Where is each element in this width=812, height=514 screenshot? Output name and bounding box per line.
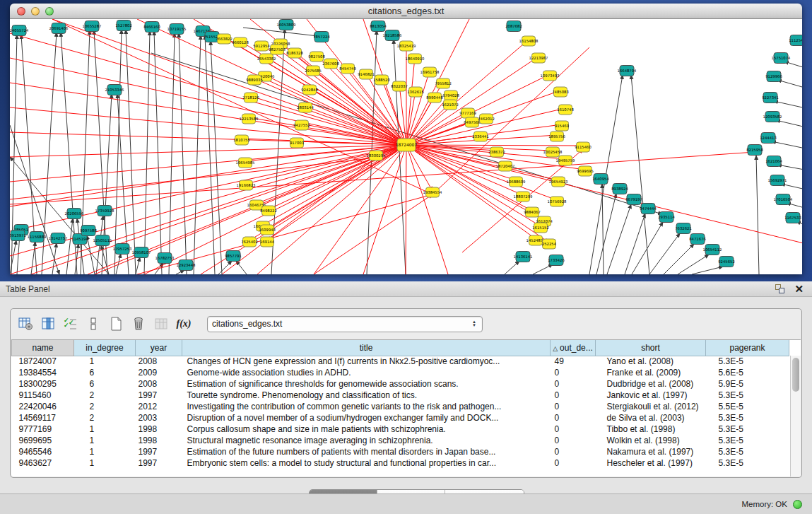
graph-node[interactable]: 10973493: [541, 71, 560, 81]
graph-node[interactable]: 12213987: [529, 53, 548, 63]
graph-node[interactable]: 19495759: [556, 156, 575, 165]
graph-node[interactable]: 17957253: [113, 244, 132, 255]
graph-node[interactable]: 16648794: [618, 66, 637, 76]
graph-node[interactable]: 12505115: [93, 235, 112, 246]
graph-node[interactable]: 19654923: [549, 177, 568, 187]
graph-node[interactable]: 1733426: [548, 255, 565, 266]
graph-node[interactable]: 8990448: [426, 93, 443, 103]
column-header-title[interactable]: title: [182, 340, 551, 356]
graph-node[interactable]: 9242848: [301, 85, 318, 95]
scrollbar-thumb[interactable]: [792, 358, 799, 392]
graph-node[interactable]: 9146821: [358, 69, 375, 79]
graph-node[interactable]: 14136141: [514, 252, 533, 262]
float-panel-icon[interactable]: [775, 284, 784, 293]
graph-node[interactable]: 7955812: [435, 78, 452, 88]
graph-node[interactable]: 2087682: [505, 21, 522, 32]
column-header-in-degree[interactable]: in_degree: [74, 340, 136, 356]
graph-node[interactable]: 20206556: [65, 209, 85, 219]
graph-node[interactable]: 1615152: [532, 223, 549, 233]
graph-node[interactable]: 12093582: [763, 112, 782, 122]
graph-node[interactable]: 7632621: [675, 223, 692, 234]
graph-node[interactable]: 1895756: [548, 132, 565, 141]
graph-node[interactable]: 16961758: [420, 67, 440, 77]
table-row[interactable]: 1456911722003Disruption of a novel membe…: [12, 412, 789, 424]
new-table-icon[interactable]: [107, 315, 125, 333]
function-builder-icon[interactable]: f(x): [175, 315, 193, 333]
graph-node[interactable]: 9699695: [577, 166, 594, 176]
graph-node[interactable]: 6794028: [442, 90, 459, 100]
graph-node[interactable]: 7625402: [241, 237, 258, 247]
graph-node[interactable]: 2336441: [472, 132, 489, 141]
graph-node[interactable]: 1610748: [557, 105, 574, 115]
graph-node[interactable]: 2718126: [242, 93, 259, 103]
table-row[interactable]: 2242004622012Investigating the contribut…: [12, 401, 789, 412]
graph-node[interactable]: 9097588: [80, 226, 97, 236]
graph-node[interactable]: 10719155: [167, 24, 187, 35]
graph-node[interactable]: 1621064: [765, 156, 782, 167]
graph-node[interactable]: 17359928: [95, 206, 115, 216]
network-window-titlebar[interactable]: citations_edges.txt: [10, 4, 802, 19]
graph-node[interactable]: 7857224: [313, 32, 330, 42]
graph-node[interactable]: 8471676: [689, 234, 706, 245]
graph-node[interactable]: 2367608: [322, 59, 339, 69]
graph-node[interactable]: 15692971: [768, 175, 787, 186]
graph-node[interactable]: 10688609: [507, 177, 526, 187]
graph-node[interactable]: 12923448: [177, 260, 196, 271]
column-header-out-degree[interactable]: △out_de...: [551, 340, 596, 356]
graph-node[interactable]: 19384554: [423, 187, 443, 197]
graph-node[interactable]: 9474444: [640, 204, 657, 214]
graph-node[interactable]: 1527802: [115, 21, 132, 31]
graph-node[interactable]: 12213589: [240, 114, 259, 124]
graph-node[interactable]: 8813054: [370, 21, 387, 32]
graph-node[interactable]: 169144: [260, 237, 275, 247]
graph-node[interactable]: 8938924: [611, 184, 628, 194]
graph-node[interactable]: 17016504: [774, 194, 794, 205]
import-table-icon[interactable]: [152, 315, 170, 333]
graph-node[interactable]: 9427552: [293, 120, 310, 130]
graph-node[interactable]: 9129966: [765, 71, 782, 82]
graph-node[interactable]: 1244413: [760, 133, 777, 144]
table-row[interactable]: 946554611997Estimation of the future num…: [12, 446, 789, 457]
graph-node[interactable]: 9245652: [718, 257, 735, 267]
graph-node[interactable]: 8215958: [746, 145, 763, 156]
table-row[interactable]: 977716911998Corpus callosum shape and si…: [12, 424, 789, 435]
graph-node[interactable]: 1362615: [407, 87, 424, 97]
select-columns-icon[interactable]: ✓✓✓: [61, 315, 80, 333]
graph-node[interactable]: 18807299: [514, 192, 533, 201]
table-row[interactable]: 1938455462009Genome-wide association stu…: [12, 367, 789, 378]
table-row[interactable]: 1830029562008Estimation of significance …: [12, 378, 789, 390]
table-settings-icon[interactable]: [16, 315, 35, 333]
column-header-year[interactable]: year: [136, 340, 182, 356]
graph-node[interactable]: 18640910: [406, 54, 425, 64]
table-row[interactable]: 946362711997Embryonic stem cells: a mode…: [12, 457, 789, 469]
graph-node[interactable]: 7462012: [478, 114, 495, 124]
table-row[interactable]: 969969511998Structural magnetic resonanc…: [12, 435, 789, 446]
graph-node[interactable]: 8322037: [391, 81, 408, 91]
graph-node[interactable]: 10654112: [703, 245, 722, 255]
column-header-short[interactable]: short: [596, 340, 706, 356]
delete-table-icon[interactable]: [129, 315, 148, 333]
graph-node[interactable]: 8498222: [260, 206, 277, 216]
graph-node[interactable]: 6679197: [625, 194, 642, 205]
graph-node[interactable]: 19218586: [383, 30, 403, 41]
graph-node[interactable]: 9857791: [225, 251, 242, 262]
graph-node[interactable]: 18300295: [367, 151, 386, 160]
graph-node[interactable]: 1112544: [789, 35, 802, 46]
graph-node[interactable]: 20691406: [49, 23, 69, 34]
graph-node[interactable]: 9827508: [308, 52, 325, 62]
graph-node[interactable]: 24055724: [10, 25, 29, 36]
graph-node[interactable]: 16543382: [257, 54, 276, 64]
graph-node[interactable]: 15751074: [772, 53, 792, 64]
graph-node[interactable]: 9660128: [232, 37, 249, 47]
graph-node[interactable]: 9777169: [459, 108, 476, 118]
graph-node[interactable]: 1588520: [373, 75, 390, 85]
graph-node[interactable]: 1810755: [233, 135, 250, 145]
graph-node[interactable]: 1640954: [592, 174, 609, 185]
table-row[interactable]: 1872400712008Changes of HCN gene express…: [12, 356, 789, 367]
network-canvas[interactable]: 2405572420691406106552871527802846616010…: [10, 19, 802, 274]
graph-node[interactable]: 3913971: [10, 230, 26, 241]
graph-node[interactable]: 1609948: [259, 225, 276, 235]
graph-node[interactable]: 2803144: [297, 103, 314, 112]
graph-node[interactable]: 915469: [555, 121, 569, 131]
graph-node[interactable]: 18720407: [496, 161, 515, 171]
